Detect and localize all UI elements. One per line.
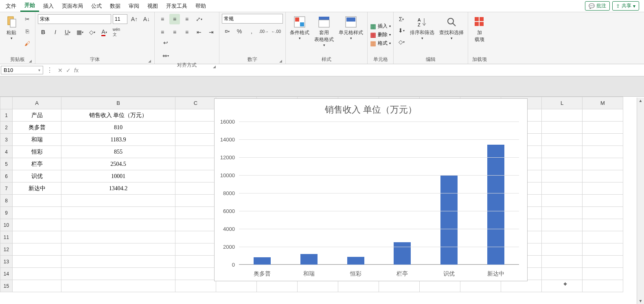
tab-data[interactable]: 数据 (106, 1, 125, 11)
row-header[interactable]: 3 (0, 134, 13, 146)
cell[interactable] (175, 146, 216, 158)
cell[interactable] (583, 122, 623, 134)
cell[interactable] (61, 195, 175, 207)
number-launcher[interactable]: ◢ (279, 59, 282, 63)
tab-insert[interactable]: 插入 (39, 1, 58, 11)
col-header-B[interactable]: B (61, 97, 175, 109)
cell[interactable] (338, 280, 379, 292)
increase-font-button[interactable]: A↑ (129, 14, 140, 24)
align-middle-button[interactable]: ≡ (169, 14, 180, 24)
comments-button[interactable]: 💬 批注 (585, 1, 610, 11)
cell[interactable] (542, 219, 583, 231)
cell[interactable] (542, 182, 583, 195)
row-header[interactable]: 10 (0, 219, 13, 231)
cell[interactable] (420, 280, 460, 292)
cell[interactable] (583, 219, 623, 231)
cell[interactable] (583, 182, 623, 195)
cell[interactable] (175, 207, 216, 219)
cell[interactable] (542, 170, 583, 182)
fx-button[interactable]: fx (74, 67, 79, 74)
row-header[interactable]: 11 (0, 231, 13, 243)
delete-cells-button[interactable]: ▦删除▾ (370, 31, 391, 39)
cell[interactable] (175, 280, 216, 292)
cell[interactable] (542, 268, 583, 280)
tab-dev[interactable]: 开发工具 (162, 1, 191, 11)
find-select-button[interactable]: 查找和选择▾ (438, 14, 465, 41)
row-header[interactable]: 8 (0, 195, 13, 207)
cell[interactable] (542, 146, 583, 158)
cell[interactable] (298, 280, 338, 292)
col-header-A[interactable]: A (13, 97, 61, 109)
decrease-decimal-button[interactable]: ←.00 (271, 26, 281, 37)
cell[interactable] (175, 182, 216, 195)
copy-button[interactable]: ⎘ (22, 26, 33, 37)
tab-view[interactable]: 视图 (143, 1, 162, 11)
fill-button[interactable]: ⬇▾ (396, 25, 407, 36)
select-all-corner[interactable] (0, 97, 13, 109)
indent-decrease-button[interactable]: ⇤ (194, 27, 204, 37)
cell[interactable] (583, 134, 623, 146)
phonetic-button[interactable]: wén文 (111, 27, 122, 37)
cell[interactable] (175, 256, 216, 268)
cell[interactable] (583, 158, 623, 170)
align-left-button[interactable]: ≡ (157, 27, 168, 37)
cell-style-button[interactable]: 单元格样式▾ (337, 14, 365, 41)
cell[interactable] (13, 207, 61, 219)
wrap-text-button[interactable]: ↩ (160, 37, 171, 48)
cell[interactable]: 10001 (61, 170, 175, 182)
cell[interactable] (175, 158, 216, 170)
cell[interactable] (61, 207, 175, 219)
row-header[interactable]: 2 (0, 122, 13, 134)
cell[interactable] (61, 231, 175, 243)
cell[interactable] (583, 195, 623, 207)
cell[interactable] (583, 243, 623, 256)
cell[interactable] (175, 195, 216, 207)
scroll-up-button[interactable]: ▲ (638, 98, 644, 104)
cell[interactable]: 1183.9 (61, 134, 175, 146)
paste-button[interactable]: 粘贴 ▾ (2, 14, 20, 41)
cell[interactable]: 奥多普 (13, 122, 61, 134)
cell[interactable] (542, 158, 583, 170)
cell[interactable]: 2504.5 (61, 158, 175, 170)
cell[interactable] (13, 243, 61, 256)
cell[interactable]: 恒彩 (13, 146, 61, 158)
border-button[interactable]: ▦▾ (74, 27, 85, 37)
tab-help[interactable]: 帮助 (191, 1, 210, 11)
align-center-button[interactable]: ≡ (169, 27, 180, 37)
cell[interactable] (13, 268, 61, 280)
embedded-chart[interactable]: 销售收入 单位（万元） 0200040006000800010000120001… (214, 98, 528, 281)
tab-home[interactable]: 开始 (20, 0, 39, 12)
row-header[interactable]: 14 (0, 268, 13, 280)
orientation-button[interactable]: ⤢▾ (194, 14, 204, 24)
autosum-button[interactable]: Σ▾ (396, 14, 407, 24)
cell[interactable] (175, 231, 216, 243)
cell[interactable] (542, 256, 583, 268)
font-launcher[interactable]: ◢ (148, 59, 151, 63)
cell[interactable]: 和瑞 (13, 134, 61, 146)
cell[interactable] (583, 207, 623, 219)
cell[interactable] (257, 280, 298, 292)
cell[interactable]: 810 (61, 122, 175, 134)
col-header-L[interactable]: L (542, 97, 583, 109)
decrease-font-button[interactable]: A↓ (141, 14, 152, 24)
cell[interactable] (13, 219, 61, 231)
cell[interactable]: 产品 (13, 109, 61, 122)
align-top-button[interactable]: ≡ (157, 14, 168, 24)
cell[interactable]: 栏亭 (13, 158, 61, 170)
cell[interactable] (175, 243, 216, 256)
cell[interactable] (175, 268, 216, 280)
align-launcher[interactable]: ◢ (213, 65, 216, 69)
cell[interactable] (542, 122, 583, 134)
cell[interactable] (583, 280, 623, 292)
cell[interactable] (583, 170, 623, 182)
font-name-select[interactable] (38, 14, 111, 24)
merge-button[interactable]: ⇔▾ (160, 50, 171, 61)
number-format-select[interactable] (222, 14, 283, 24)
cell[interactable] (13, 195, 61, 207)
cell[interactable] (583, 231, 623, 243)
cell[interactable] (61, 280, 175, 292)
format-painter-button[interactable]: 🖌 (22, 38, 33, 49)
cell[interactable] (13, 256, 61, 268)
cell[interactable] (583, 268, 623, 280)
cell[interactable]: 识优 (13, 170, 61, 182)
